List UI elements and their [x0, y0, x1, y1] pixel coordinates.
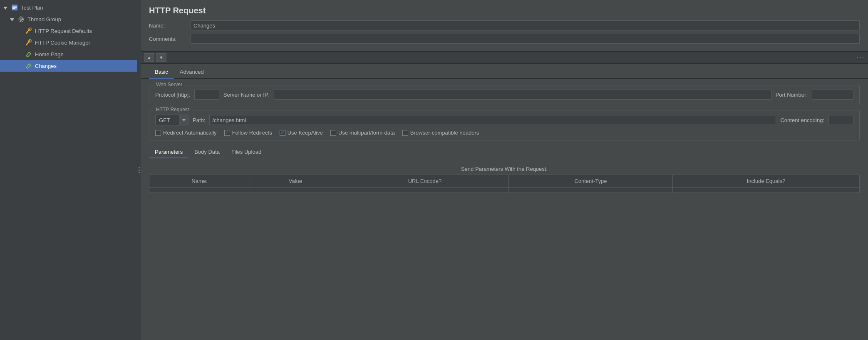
cell-name: [149, 188, 250, 193]
sub-tabs-bar: Parameters Body Data Files Upload: [149, 146, 860, 158]
col-name: Name:: [149, 175, 250, 188]
splitter-dot: [139, 172, 140, 173]
port-input[interactable]: [812, 90, 853, 100]
sidebar-item-label: Thread Group: [27, 16, 61, 22]
name-input[interactable]: [191, 20, 860, 30]
content-area: Web Server Protocol [http]: Server Name …: [141, 79, 868, 340]
protocol-input[interactable]: [194, 90, 219, 100]
path-label: Path:: [193, 117, 205, 123]
sidebar-item-label: Home Page: [35, 51, 64, 58]
svg-rect-3: [12, 8, 15, 9]
sidebar: Test Plan Thread Group HTTP Request Defa…: [0, 0, 137, 340]
checkbox-multipart[interactable]: Use multipart/form-data: [330, 130, 395, 136]
svg-point-6: [21, 19, 22, 20]
server-input[interactable]: [274, 90, 771, 100]
comments-label: Comments:: [149, 36, 191, 42]
parameters-table: Name: Value URL Encode? Content-Type Inc…: [149, 175, 860, 193]
move-down-button[interactable]: ▼: [156, 53, 166, 62]
tab-basic[interactable]: Basic: [149, 65, 174, 79]
path-input[interactable]: [209, 115, 776, 125]
svg-line-12: [26, 44, 27, 45]
sidebar-item-home-page[interactable]: Home Page: [0, 48, 137, 60]
checkbox-multipart-box[interactable]: [330, 130, 336, 136]
splitter-dot: [139, 170, 140, 171]
checkbox-browser-headers-label: Browser-compatible headers: [410, 130, 479, 136]
web-server-group: Web Server Protocol [http]: Server Name …: [149, 85, 860, 104]
cell-value: [250, 188, 341, 193]
comments-field-row: Comments:: [149, 34, 860, 44]
checkbox-browser-headers-box[interactable]: [402, 130, 408, 136]
main-panel: HTTP Request Name: Comments: ▲ ▼ ··· Bas…: [141, 0, 868, 340]
cell-content-type: [508, 188, 672, 193]
svg-rect-1: [12, 6, 17, 7]
http-request-group: HTTP Request GET Path: Content encoding:: [149, 110, 860, 140]
more-options[interactable]: ···: [857, 54, 865, 61]
cell-url-encode: [341, 188, 508, 193]
server-label: Server Name or IP:: [223, 92, 270, 98]
arrow-down-icon: [3, 7, 7, 10]
http-request-form-row: GET Path: Content encoding:: [155, 115, 853, 125]
gear-icon: [17, 15, 25, 23]
name-field-row: Name:: [149, 20, 860, 30]
checkbox-row: Redirect Automatically Follow Redirects …: [155, 130, 853, 136]
port-label: Port Number:: [776, 92, 808, 98]
main-header: HTTP Request Name: Comments:: [141, 0, 868, 52]
protocol-label: Protocol [http]:: [155, 92, 190, 98]
col-include-equals: Include Equals?: [672, 175, 859, 188]
pencil-icon: [25, 50, 32, 58]
checkbox-keepalive-label: Use KeepAlive: [288, 130, 323, 136]
checkbox-multipart-label: Use multipart/form-data: [338, 130, 395, 136]
checkbox-follow-redirects-box[interactable]: [224, 130, 230, 136]
checkbox-redirect-auto[interactable]: Redirect Automatically: [155, 130, 217, 136]
page-title: HTTP Request: [149, 6, 860, 15]
sidebar-item-label: Test Plan: [21, 5, 43, 11]
sub-tab-parameters[interactable]: Parameters: [149, 146, 188, 158]
splitter-dot: [139, 167, 140, 168]
chevron-down-icon: [182, 119, 186, 121]
sidebar-item-label: HTTP Cookie Manager: [35, 40, 90, 46]
sidebar-item-thread-group[interactable]: Thread Group: [0, 13, 137, 25]
checkbox-follow-redirects-label: Follow Redirects: [232, 130, 272, 136]
sidebar-item-test-plan[interactable]: Test Plan: [0, 2, 137, 13]
web-server-title: Web Server: [154, 82, 185, 88]
move-up-button[interactable]: ▲: [144, 53, 154, 62]
tabs-bar: Basic Advanced: [141, 65, 868, 79]
sidebar-item-label: HTTP Request Defaults: [35, 28, 92, 34]
toolbar-row: ▲ ▼ ···: [141, 52, 868, 64]
sidebar-item-http-request-defaults[interactable]: HTTP Request Defaults: [0, 25, 137, 37]
sub-tab-body-data[interactable]: Body Data: [188, 146, 226, 158]
checkbox-redirect-auto-box[interactable]: [155, 130, 161, 136]
testplan-icon: [11, 4, 18, 11]
comments-input[interactable]: [191, 34, 860, 44]
checkbox-follow-redirects[interactable]: Follow Redirects: [224, 130, 272, 136]
cell-include-equals: [672, 188, 859, 193]
sidebar-item-http-cookie-manager[interactable]: HTTP Cookie Manager: [0, 37, 137, 48]
sub-tab-files-upload[interactable]: Files Upload: [226, 146, 267, 158]
table-row: [149, 188, 860, 193]
checkbox-use-keepalive[interactable]: Use KeepAlive: [280, 130, 323, 136]
tab-advanced[interactable]: Advanced: [174, 65, 210, 79]
svg-line-13: [26, 56, 27, 57]
encoding-label: Content encoding:: [780, 117, 824, 123]
checkbox-keepalive-box[interactable]: [280, 130, 285, 136]
method-dropdown[interactable]: GET: [155, 115, 188, 125]
col-url-encode: URL Encode?: [341, 175, 508, 188]
pencil-icon2: [25, 62, 32, 70]
col-value: Value: [250, 175, 341, 188]
vertical-splitter[interactable]: [137, 0, 141, 340]
wrench-icon2: [25, 39, 32, 46]
method-dropdown-arrow[interactable]: [179, 115, 188, 125]
sidebar-item-changes[interactable]: Changes: [0, 60, 137, 72]
svg-line-9: [26, 32, 27, 33]
svg-line-14: [26, 68, 27, 68]
svg-rect-2: [12, 7, 17, 8]
wrench-icon: [25, 27, 32, 35]
col-content-type: Content-Type: [508, 175, 672, 188]
sidebar-item-label: Changes: [35, 63, 57, 69]
http-request-title: HTTP Request: [154, 107, 191, 112]
method-value: GET: [156, 116, 179, 124]
checkbox-browser-headers[interactable]: Browser-compatible headers: [402, 130, 479, 136]
encoding-input[interactable]: [828, 115, 853, 125]
checkbox-redirect-auto-label: Redirect Automatically: [163, 130, 217, 136]
web-server-form-row: Protocol [http]: Server Name or IP: Port…: [155, 90, 853, 100]
